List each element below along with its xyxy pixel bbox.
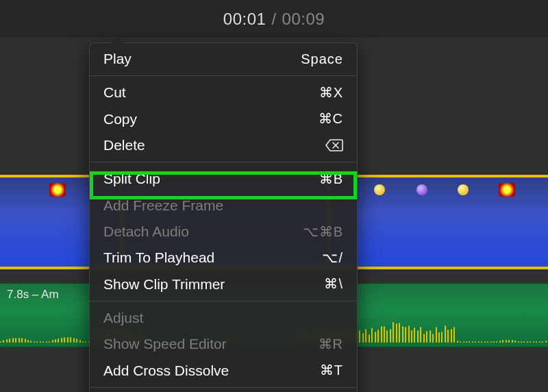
menu-item-show-clip-trimmer[interactable]: Show Clip Trimmer ⌘\ [90, 271, 357, 297]
audio-clip-label: 7.8s – Am [7, 288, 59, 302]
menu-item-trim-to-playhead[interactable]: Trim To Playhead ⌥/ [90, 245, 357, 271]
menu-pointer-icon [110, 37, 124, 44]
menu-shortcut: ⌘\ [324, 275, 343, 293]
clip-marker-icon [374, 184, 385, 195]
clip-marker-icon [458, 184, 469, 195]
menu-shortcut: Space [301, 50, 343, 69]
menu-label: Add Freeze Frame [103, 196, 223, 215]
menu-separator [90, 162, 357, 162]
menu-item-detach-audio: Detach Audio ⌥⌘B [90, 219, 357, 245]
menu-item-cut[interactable]: Cut ⌘X [90, 79, 357, 106]
menu-label: Show Clip Trimmer [103, 275, 225, 294]
menu-shortcut: ⌥⌘B [303, 223, 343, 241]
menu-shortcut: ⌘T [320, 361, 343, 380]
context-menu: Play Space Cut ⌘X Copy ⌘C Delete Split C… [89, 42, 358, 392]
menu-item-add-cross-dissolve[interactable]: Add Cross Dissolve ⌘T [90, 358, 357, 384]
clip-marker-icon [416, 184, 427, 195]
menu-item-copy[interactable]: Copy ⌘C [90, 106, 357, 132]
menu-shortcut: ⌥/ [322, 249, 343, 267]
menu-label: Adjust [103, 308, 143, 328]
menu-label: Copy [103, 110, 137, 129]
menu-item-add-freeze-frame: Add Freeze Frame [90, 193, 357, 219]
timecode-duration: 00:09 [282, 10, 325, 29]
imovie-window: 00:01 / 00:09 7.8s – Am Play Space Cut [0, 0, 548, 392]
menu-label: Add Cross Dissolve [103, 361, 229, 380]
timecode-bar: 00:01 / 00:09 [0, 0, 548, 38]
menu-item-delete[interactable]: Delete [90, 132, 357, 158]
timecode-current: 00:01 [223, 10, 266, 29]
menu-shortcut: ⌘R [319, 335, 343, 354]
menu-separator [90, 301, 357, 302]
clip-thumbnail [49, 183, 66, 197]
menu-label: Cut [103, 83, 126, 102]
menu-shortcut: ⌘X [319, 84, 343, 102]
menu-item-play[interactable]: Play Space [90, 46, 357, 72]
menu-label: Play [103, 49, 132, 69]
menu-separator [90, 387, 357, 388]
menu-shortcut: ⌘B [319, 170, 343, 188]
timecode-sep: / [271, 10, 276, 29]
menu-shortcut: ⌘C [319, 110, 343, 128]
menu-label: Detach Audio [103, 222, 189, 241]
menu-label: Delete [103, 136, 145, 155]
menu-separator [90, 75, 357, 76]
menu-item-adjust: Adjust [90, 305, 357, 331]
menu-label: Trim To Playhead [103, 248, 214, 267]
delete-back-icon [325, 139, 343, 151]
menu-item-show-speed-editor: Show Speed Editor ⌘R [90, 331, 357, 357]
menu-label: Show Speed Editor [103, 334, 227, 354]
clip-thumbnail [499, 183, 515, 197]
menu-label: Split Clip [103, 169, 160, 188]
menu-item-split-clip[interactable]: Split Clip ⌘B [90, 166, 357, 192]
